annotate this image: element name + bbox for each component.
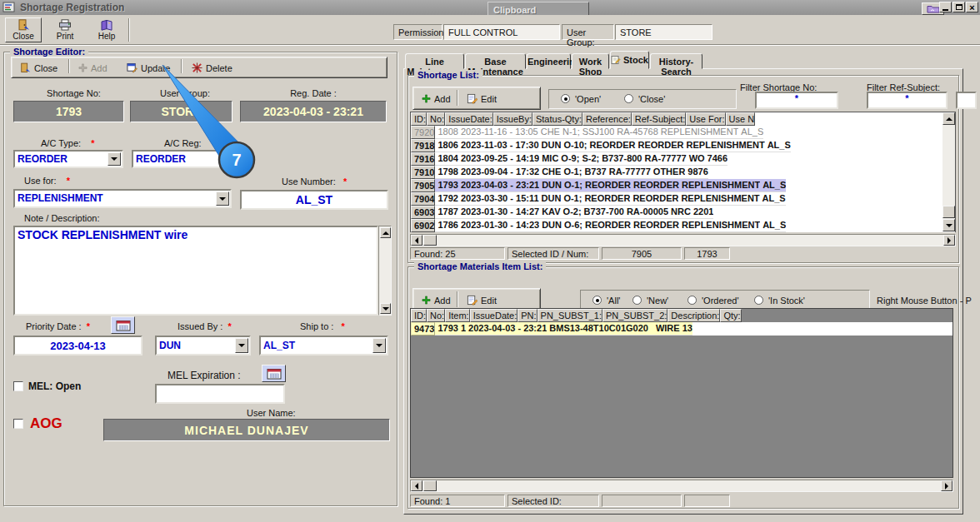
cell-reference[interactable]: REORDER [582, 192, 630, 206]
cell-id[interactable]: 9473 [411, 322, 435, 336]
cell-use-for[interactable]: NRC [668, 206, 691, 219]
cell-qty[interactable]: 13 [680, 322, 692, 336]
cell-use-for[interactable]: REPLENISHMENT [658, 126, 739, 139]
column-header[interactable]: PN_SUBST_2: [602, 309, 668, 322]
cell-use-for[interactable]: REPLENISHMENT [679, 219, 760, 232]
column-header[interactable]: Description: [668, 309, 720, 322]
cell-status-qty[interactable]: O-10; [561, 139, 587, 152]
cell-no[interactable]: 1786 [435, 219, 458, 232]
cell-issuedate[interactable]: 2023-11-03 - 17:30 [458, 139, 539, 152]
cell-status-qty[interactable]: O-9; S-2; [558, 152, 599, 166]
cell-use-for[interactable]: REPLENISHMENT [678, 192, 759, 206]
cell-id[interactable]: 7916 [411, 152, 435, 166]
cell-issuedate[interactable]: 2023-01-30 - 14:27 [458, 206, 539, 219]
materials-add-button[interactable]: Add [417, 291, 456, 309]
cell-reference[interactable]: B737-700 [582, 206, 624, 219]
cell-ref-subject[interactable]: REORDER [631, 179, 679, 192]
priority-date-field[interactable]: 2023-04-13 [13, 336, 142, 355]
radio-instock[interactable] [754, 296, 763, 306]
cell-use-number[interactable]: AL_S [760, 179, 786, 192]
cell-use-number[interactable]: 2201 [691, 206, 713, 219]
cell-issueby[interactable]: CHE [538, 126, 560, 139]
cell-ref-subject[interactable]: REORDER [630, 192, 678, 206]
scroll-down-icon[interactable] [380, 303, 391, 314]
radio-open[interactable] [561, 94, 570, 105]
cell-no[interactable]: 1804 [435, 152, 458, 166]
close-window-button[interactable]: × [966, 2, 978, 12]
editor-update-button[interactable]: Update [122, 59, 175, 77]
ac-type-dropdown-icon[interactable] [108, 152, 121, 166]
cell-issueby[interactable]: CHE [539, 166, 561, 179]
use-for-dropdown-icon[interactable] [216, 191, 229, 206]
cell-no[interactable]: 1808 [435, 126, 458, 139]
scroll-right-icon[interactable] [941, 480, 952, 491]
shortage-table-row[interactable]: 7904 1792 2023-03-30 - 15:11 DUN O-1; RE… [411, 192, 955, 206]
cell-id[interactable]: 7920 [411, 126, 435, 139]
shortage-table-row[interactable]: 6903 1787 2023-01-30 - 14:27 KAV O-2; B7… [411, 206, 955, 219]
cell-status-qty[interactable]: O-1; [561, 166, 582, 179]
tab-line-maintenance[interactable]: Line Maintenance [405, 53, 464, 69]
column-header[interactable]: ID: [411, 309, 427, 322]
tab-stock[interactable]: Stock [610, 51, 649, 69]
column-header[interactable]: ID: [411, 112, 427, 126]
issued-by-dropdown-icon[interactable] [235, 338, 248, 353]
cell-status-qty[interactable]: N-1; [560, 126, 580, 139]
cell-no[interactable]: 1806 [435, 139, 458, 152]
cell-id[interactable]: 7905 [411, 179, 435, 192]
cell-use-number[interactable]: AL_S [765, 139, 791, 152]
materials-table-row[interactable]: 9473 1793 1 2023-04-03 - 23:21 BMS13-48T… [411, 322, 952, 336]
cell-issuedate[interactable]: 2023-04-03 - 23:21 [466, 322, 547, 336]
tab-history-search[interactable]: History-Search [650, 53, 702, 69]
ac-reg-combo[interactable]: REORDER [132, 150, 242, 168]
ship-to-dropdown-icon[interactable] [372, 338, 386, 353]
cell-use-number[interactable]: AL_S [738, 126, 763, 139]
tab-work-shop[interactable]: Work Shop [572, 53, 609, 69]
cell-use-number[interactable]: 9876 [685, 166, 708, 179]
cell-status-qty[interactable]: O-6; [562, 219, 582, 232]
cell-reference[interactable]: REORDER [582, 179, 631, 192]
cell-use-for[interactable]: OTHER [651, 166, 686, 179]
radio-new[interactable] [632, 296, 642, 306]
cell-issuedate[interactable]: 2023-11-16 - 13:05 [458, 126, 538, 139]
filter-shortage-no-input[interactable]: * [755, 92, 838, 109]
cell-status-qty[interactable]: O-2; [561, 206, 582, 219]
aog-checkbox[interactable] [13, 419, 23, 429]
cell-use-for[interactable]: REPLENISHMENT [679, 179, 760, 192]
print-button[interactable]: Print [47, 17, 83, 42]
column-header[interactable]: Status-Qty: [532, 112, 582, 126]
ac-reg-dropdown-icon[interactable] [227, 152, 240, 166]
shortage-table-row[interactable]: 7910 1798 2023-09-04 - 17:32 CHE O-1; B7… [411, 166, 955, 179]
cell-issueby[interactable]: DUN [539, 139, 562, 152]
editor-add-button[interactable]: Add [73, 59, 112, 77]
mel-expiration-field[interactable] [155, 384, 285, 404]
cell-id[interactable]: 7910 [411, 166, 435, 179]
radio-close[interactable] [624, 94, 633, 105]
cell-issuedate[interactable]: 2023-03-30 - 15:11 [458, 192, 539, 206]
cell-no[interactable]: 1787 [435, 206, 458, 219]
column-header[interactable]: IssueDate: [445, 112, 493, 126]
cell-ref-subject[interactable]: RA-77777 [607, 166, 651, 179]
cell-ref-subject[interactable]: RA-00005 [624, 206, 668, 219]
column-header[interactable]: IssueDate: [470, 309, 518, 322]
cell-no[interactable]: 1798 [435, 166, 458, 179]
cell-id[interactable]: 7904 [411, 192, 435, 206]
cell-id[interactable]: 7918 [411, 139, 435, 152]
column-header[interactable]: Qty: [720, 309, 741, 322]
cell-reference[interactable]: SSJ100 [580, 126, 615, 139]
shortage-table-vscrollbar[interactable] [942, 112, 955, 231]
editor-close-button[interactable]: Close [15, 59, 62, 77]
column-header[interactable]: No: [427, 309, 445, 322]
cell-issueby[interactable]: KAV [539, 206, 560, 219]
shortage-table-row[interactable]: 6902 1786 2023-01-30 - 14:23 DUN O-6; RE… [411, 219, 955, 232]
column-header[interactable]: IssueBy: [493, 112, 532, 126]
column-header[interactable]: Use N [726, 112, 756, 126]
column-header[interactable]: No: [427, 112, 445, 126]
mel-expiration-calendar-button[interactable] [262, 365, 286, 382]
scroll-up-icon[interactable] [942, 112, 955, 125]
cell-use-for[interactable]: REPLENISHMENT [684, 139, 765, 152]
help-button[interactable]: Help [88, 17, 125, 42]
editor-delete-button[interactable]: Delete [187, 59, 238, 77]
cell-description[interactable]: WIRE [653, 322, 680, 336]
cell-ref-subject[interactable]: REORDER [636, 139, 684, 152]
ac-type-combo[interactable]: REORDER [13, 150, 123, 168]
